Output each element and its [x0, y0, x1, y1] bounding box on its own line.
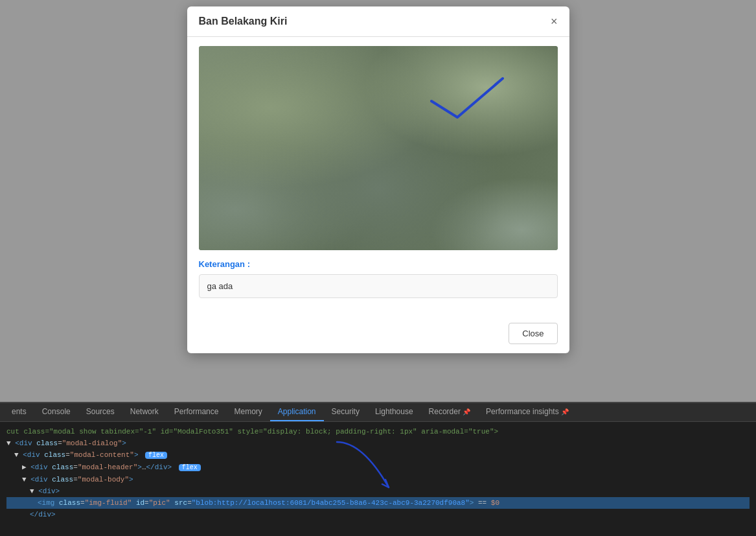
devtools-tab-application[interactable]: Application: [270, 403, 324, 421]
drawn-checkmark: [428, 72, 506, 124]
devtools-tab-performance-insights[interactable]: Performance insights📌: [478, 403, 577, 421]
tab-pin-icon: 📌: [463, 408, 470, 415]
modal-dialog: Ban Belakang Kiri × Keterangan : Close: [187, 6, 569, 353]
modal-image-container: [199, 46, 558, 250]
code-line[interactable]: ▶ <div class="modal-header">…</div> flex: [6, 461, 750, 474]
close-button[interactable]: Close: [509, 323, 557, 344]
modal-overlay: Ban Belakang Kiri × Keterangan : Close: [0, 0, 756, 402]
devtools-tab-performance[interactable]: Performance: [166, 403, 227, 421]
devtools-panel: entsConsoleSourcesNetworkPerformanceMemo…: [0, 402, 756, 536]
devtools-tab-sources[interactable]: Sources: [78, 403, 122, 421]
devtools-tabs: entsConsoleSourcesNetworkPerformanceMemo…: [0, 403, 756, 422]
code-line[interactable]: ▼ <div class="modal-dialog">: [6, 437, 750, 449]
modal-title: Ban Belakang Kiri: [199, 16, 288, 27]
devtools-tab-ents[interactable]: ents: [4, 403, 34, 421]
code-line[interactable]: ▼ <div class="modal-body">: [6, 474, 750, 485]
code-line[interactable]: ▼ <div class="modal-content"> flex: [6, 449, 750, 461]
keterangan-label: Keterangan :: [199, 259, 558, 269]
modal-header: Ban Belakang Kiri ×: [187, 6, 569, 37]
code-line[interactable]: </div>: [6, 509, 750, 520]
tab-pin-icon: 📌: [561, 408, 569, 415]
modal-close-button[interactable]: ×: [551, 16, 558, 27]
code-line[interactable]: cut class="modal show tabindex="-1" id="…: [6, 426, 750, 437]
code-line[interactable]: <img class="img-fluid" id="pic" src="blo…: [6, 497, 750, 509]
devtools-tab-lighthouse[interactable]: Lighthouse: [367, 403, 421, 421]
devtools-tab-memory[interactable]: Memory: [226, 403, 269, 421]
devtools-tab-console[interactable]: Console: [34, 403, 78, 421]
devtools-tab-network[interactable]: Network: [122, 403, 166, 421]
devtools-tab-security[interactable]: Security: [324, 403, 367, 421]
code-line[interactable]: ▼ <div>: [6, 485, 750, 497]
devtools-content: cut class="modal show tabindex="-1" id="…: [0, 422, 756, 534]
modal-body: Keterangan :: [187, 37, 569, 316]
devtools-tab-recorder[interactable]: Recorder📌: [421, 403, 478, 421]
keterangan-input[interactable]: [199, 274, 558, 298]
vehicle-image: [199, 46, 558, 250]
modal-footer: Close: [187, 316, 569, 353]
